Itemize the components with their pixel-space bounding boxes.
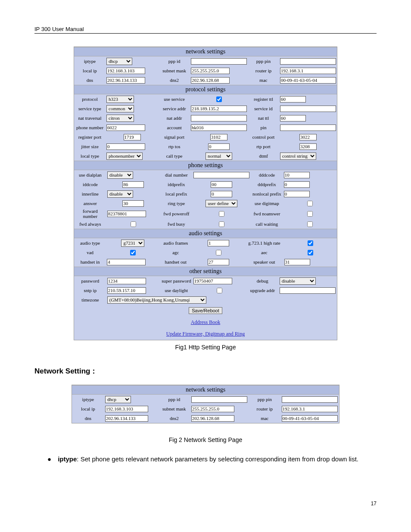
label-dns2: dns2 xyxy=(159,75,190,85)
input-iddcode[interactable] xyxy=(122,181,144,188)
input-handset-out[interactable] xyxy=(208,259,229,265)
input-dddcode[interactable] xyxy=(284,172,310,178)
chk-use-daylight[interactable] xyxy=(217,288,222,293)
label-fwd-always: fwd always xyxy=(74,219,106,229)
label-ppp-id-2: ppp id xyxy=(158,395,190,404)
input-subnet-mask-2[interactable] xyxy=(191,406,234,412)
input-account[interactable] xyxy=(191,124,247,131)
input-local-ip[interactable] xyxy=(106,68,145,74)
input-nonlocal-prefix[interactable] xyxy=(284,191,310,197)
label-local-prefix: local prefix xyxy=(160,189,193,199)
chk-use-digitmap[interactable] xyxy=(307,201,313,206)
select-iptype-2[interactable]: dhcp xyxy=(105,396,131,403)
input-service-addr[interactable] xyxy=(191,106,247,112)
chk-fwd-busy[interactable] xyxy=(219,221,224,227)
chk-call-waiting[interactable] xyxy=(307,221,313,227)
input-rtp-tos[interactable] xyxy=(208,143,230,150)
chk-fwd-noanswer[interactable] xyxy=(307,211,313,217)
network-table-2: iptype dhcp ppp id ppp pin local ip subn… xyxy=(72,395,339,423)
label-rtp-tos: rtp tos xyxy=(159,142,190,151)
input-dns[interactable] xyxy=(106,77,145,84)
label-nat-ttl: nat ttl xyxy=(248,113,279,123)
select-use-dialplan[interactable]: disable xyxy=(107,171,133,179)
select-iptype[interactable]: dhcp xyxy=(106,58,132,65)
input-speaker-out[interactable] xyxy=(284,259,310,265)
label-dns-2: dns xyxy=(72,414,104,423)
input-signal-port[interactable] xyxy=(210,134,227,140)
label-iddprefix: iddprefix xyxy=(160,180,193,189)
section-network-2: network settings xyxy=(72,385,339,395)
input-local-prefix[interactable] xyxy=(211,191,232,197)
input-nat-addr[interactable] xyxy=(191,115,247,121)
label-subnet-mask: subnet mask xyxy=(159,66,190,75)
label-aec: aec xyxy=(245,248,283,257)
chk-use-service[interactable] xyxy=(216,96,222,102)
input-dns2-2[interactable] xyxy=(191,415,234,422)
input-dns-2[interactable] xyxy=(105,415,148,422)
input-nat-ttl[interactable] xyxy=(280,115,306,121)
input-mac[interactable] xyxy=(280,77,336,84)
input-upgrade-addr[interactable] xyxy=(280,287,336,294)
select-innerline[interactable]: disable xyxy=(107,190,133,198)
input-rtp-port[interactable] xyxy=(299,143,317,150)
input-super-password[interactable] xyxy=(193,278,232,284)
label-phone-number: phone number xyxy=(74,123,106,132)
input-register-ttl[interactable] xyxy=(280,96,306,103)
input-pin[interactable] xyxy=(280,124,336,131)
section-phone: phone settings xyxy=(74,161,337,170)
select-nat-traversal[interactable]: citron xyxy=(106,115,134,122)
input-ppp-id[interactable] xyxy=(191,58,247,65)
input-password[interactable] xyxy=(107,278,146,284)
input-subnet-mask[interactable] xyxy=(191,68,230,74)
input-router-ip[interactable] xyxy=(280,68,336,74)
select-dtmf[interactable]: control string xyxy=(280,152,316,160)
label-vad: vad xyxy=(74,248,106,257)
link-address-book[interactable]: Address Book xyxy=(191,319,220,325)
input-local-ip-2[interactable] xyxy=(105,406,148,412)
label-dtmf: dtmf xyxy=(248,151,279,161)
link-update-firmware[interactable]: Update Firmware, Digitmap and Ring xyxy=(166,331,245,337)
chk-vad[interactable] xyxy=(130,250,136,255)
select-timezone[interactable]: (GMT+08:00)Beijing,Hong Kong,Urumqi xyxy=(107,296,206,304)
save-reboot-button[interactable]: Save/Reboot xyxy=(189,307,222,314)
input-ppp-pin[interactable] xyxy=(280,58,336,65)
input-dddprefix[interactable] xyxy=(284,181,310,188)
input-sntp-ip[interactable] xyxy=(107,287,146,294)
label-dddprefix: dddprefix xyxy=(251,180,283,189)
label-use-daylight: use daylight xyxy=(160,286,193,295)
input-register-port[interactable] xyxy=(124,134,141,140)
chk-fwd-always[interactable] xyxy=(131,221,136,227)
input-jitter-size[interactable] xyxy=(106,143,145,150)
input-control-port[interactable] xyxy=(299,134,317,140)
select-protocol[interactable]: h323 xyxy=(106,96,134,103)
section-protocol: protocol settings xyxy=(74,85,337,94)
input-ppp-id-2[interactable] xyxy=(191,396,247,403)
input-audio-frames[interactable] xyxy=(208,240,229,246)
input-ppp-pin-2[interactable] xyxy=(282,396,338,403)
input-mac-2[interactable] xyxy=(282,415,338,422)
input-phone-number[interactable] xyxy=(106,124,145,131)
chk-g7231[interactable] xyxy=(308,240,313,246)
select-local-type[interactable]: phonenumber xyxy=(106,152,143,160)
label-speaker-out: speaker out xyxy=(245,257,283,267)
label-ring-type: ring type xyxy=(160,199,193,208)
select-debug[interactable]: disable xyxy=(280,277,316,285)
select-service-type[interactable]: common xyxy=(106,105,134,112)
other-table: password super password debug disable sn… xyxy=(74,276,337,305)
label-handset-out: handset out xyxy=(160,257,192,267)
chk-fwd-poweroff[interactable] xyxy=(219,211,224,217)
input-service-id[interactable] xyxy=(280,106,336,112)
input-iddprefix[interactable] xyxy=(211,181,232,188)
input-forward-number[interactable] xyxy=(107,211,146,217)
input-handset-in[interactable] xyxy=(107,259,146,265)
select-ring-type[interactable]: user define xyxy=(206,200,237,207)
input-answer[interactable] xyxy=(122,200,144,207)
chk-agc[interactable] xyxy=(216,250,221,255)
input-router-ip-2[interactable] xyxy=(282,406,338,412)
input-dns2[interactable] xyxy=(191,77,230,84)
chk-aec[interactable] xyxy=(308,250,313,255)
input-dial-number[interactable] xyxy=(193,172,249,178)
select-call-type[interactable]: normal xyxy=(206,152,232,160)
network-only-panel: network settings iptype dhcp ppp id ppp … xyxy=(72,385,339,423)
select-audio-type[interactable]: g7231 xyxy=(121,240,144,247)
